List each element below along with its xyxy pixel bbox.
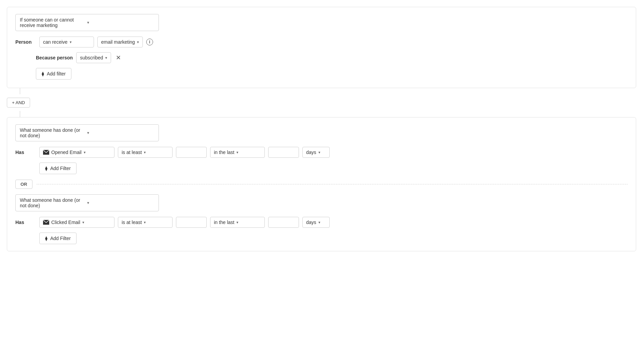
chevron-unit-1-icon: ▾ xyxy=(318,150,320,155)
chevron-subscribed-icon: ▾ xyxy=(105,56,107,60)
add-filter-container-2: ⧫ Add Filter xyxy=(15,163,628,174)
time-value-input-2[interactable] xyxy=(268,217,299,228)
time-operator-dropdown-2[interactable]: in the last ▾ xyxy=(210,217,265,228)
has-row-opened-email: Has Opened Email ▾ is at least ▾ in the … xyxy=(15,147,628,158)
unit-dropdown-1[interactable]: days ▾ xyxy=(302,147,330,158)
chevron-action-1-icon: ▾ xyxy=(84,150,86,155)
unit-value-2: days xyxy=(306,220,316,225)
because-person-row: Because person subscribed ▾ ✕ xyxy=(15,52,628,63)
unit-dropdown-2[interactable]: days ▾ xyxy=(302,217,330,228)
main-condition-dropdown-1[interactable]: If someone can or cannot receive marketi… xyxy=(15,14,159,31)
filter-icon-2: ⧫ xyxy=(45,166,47,171)
add-filter-button-1[interactable]: ⧫ Add filter xyxy=(36,68,71,80)
envelope-icon-2 xyxy=(43,220,49,225)
value-input-1[interactable] xyxy=(176,147,207,158)
main-condition-label-2: What someone has done (or not done) xyxy=(20,127,87,138)
has-label-2: Has xyxy=(15,220,36,225)
subscribed-value: subscribed xyxy=(80,55,103,60)
connector-line-top xyxy=(20,88,20,94)
chevron-down-icon-2: ▾ xyxy=(87,130,154,135)
main-condition-dropdown-3[interactable]: What someone has done (or not done) ▾ xyxy=(15,194,159,211)
chevron-unit-2-icon: ▾ xyxy=(318,220,320,225)
value-input-2[interactable] xyxy=(176,217,207,228)
add-filter-label-2: Add Filter xyxy=(50,166,71,171)
time-operator-value-2: in the last xyxy=(214,220,234,225)
info-icon[interactable]: i xyxy=(146,39,153,45)
time-value-input-1[interactable] xyxy=(268,147,299,158)
add-filter-button-2[interactable]: ⧫ Add Filter xyxy=(39,163,77,174)
action-dropdown-2[interactable]: Clicked Email ▾ xyxy=(39,217,114,228)
chevron-can-receive-icon: ▾ xyxy=(70,40,72,44)
person-label: Person xyxy=(15,39,36,45)
main-condition-label-3: What someone has done (or not done) xyxy=(20,197,87,208)
action-dropdown-1[interactable]: Opened Email ▾ xyxy=(39,147,114,158)
person-row: Person can receive ▾ email marketing ▾ i xyxy=(15,37,628,47)
envelope-icon-1 xyxy=(43,150,49,155)
email-marketing-value: email marketing xyxy=(101,39,135,45)
main-condition-dropdown-2[interactable]: What someone has done (or not done) ▾ xyxy=(15,124,159,141)
has-row-clicked-email: Has Clicked Email ▾ is at least ▾ in the… xyxy=(15,217,628,228)
operator-dropdown-2[interactable]: is at least ▾ xyxy=(118,217,173,228)
operator-value-2: is at least xyxy=(122,220,142,225)
and-button[interactable]: + AND xyxy=(7,98,30,108)
chevron-action-2-icon: ▾ xyxy=(82,220,84,225)
connector-line-bottom xyxy=(20,111,20,117)
condition-block-2: What someone has done (or not done) ▾ Ha… xyxy=(7,117,636,251)
and-connector: + AND xyxy=(7,88,636,117)
can-receive-value: can receive xyxy=(43,39,68,45)
chevron-operator-1-icon: ▾ xyxy=(144,150,146,155)
chevron-down-icon-1: ▾ xyxy=(87,20,154,25)
chevron-email-marketing-icon: ▾ xyxy=(137,40,139,44)
or-button[interactable]: OR xyxy=(15,180,32,189)
operator-dropdown-1[interactable]: is at least ▾ xyxy=(118,147,173,158)
add-filter-button-3[interactable]: ⧫ Add Filter xyxy=(39,233,77,244)
main-condition-label-1: If someone can or cannot receive marketi… xyxy=(20,17,87,28)
add-filter-container-1: ⧫ Add filter xyxy=(15,68,628,80)
chevron-time-2-icon: ▾ xyxy=(236,220,238,225)
can-receive-dropdown[interactable]: can receive ▾ xyxy=(39,37,94,47)
add-filter-container-3: ⧫ Add Filter xyxy=(15,233,628,244)
add-filter-label-1: Add filter xyxy=(47,71,66,76)
or-line xyxy=(37,184,628,184)
because-person-label: Because person xyxy=(36,55,73,60)
condition-block-1: If someone can or cannot receive marketi… xyxy=(7,7,636,88)
action-value-1: Opened Email xyxy=(51,150,82,155)
add-filter-label-3: Add Filter xyxy=(50,236,71,241)
or-divider: OR xyxy=(15,180,628,189)
filter-icon-3: ⧫ xyxy=(45,236,47,241)
email-marketing-dropdown[interactable]: email marketing ▾ xyxy=(97,37,143,47)
chevron-time-1-icon: ▾ xyxy=(236,150,238,155)
operator-value-1: is at least xyxy=(122,150,142,155)
remove-because-button[interactable]: ✕ xyxy=(114,55,122,61)
chevron-down-icon-3: ▾ xyxy=(87,200,154,205)
time-operator-dropdown-1[interactable]: in the last ▾ xyxy=(210,147,265,158)
time-operator-value-1: in the last xyxy=(214,150,234,155)
has-label-1: Has xyxy=(15,150,36,155)
chevron-operator-2-icon: ▾ xyxy=(144,220,146,225)
subscribed-dropdown[interactable]: subscribed ▾ xyxy=(76,52,111,63)
unit-value-1: days xyxy=(306,150,316,155)
filter-icon-1: ⧫ xyxy=(42,71,44,76)
action-value-2: Clicked Email xyxy=(51,220,80,225)
